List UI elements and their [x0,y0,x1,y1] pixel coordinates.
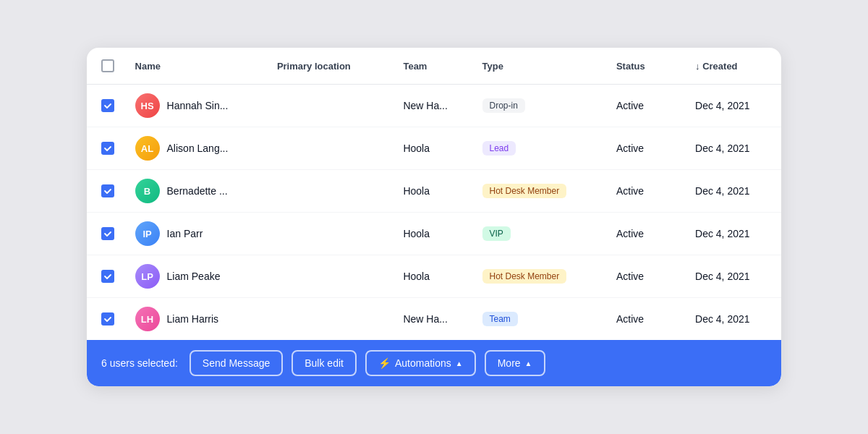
row-created-cell: Dec 4, 2021 [686,170,781,213]
row-location-cell [268,255,395,298]
row-team-cell: New Ha... [394,298,473,341]
more-chevron-icon: ▲ [525,359,532,367]
header-created: ↓ Created [686,48,781,85]
row-created-cell: Dec 4, 2021 [686,255,781,298]
row-type-cell: Lead [474,127,608,170]
row-checkbox-cell[interactable] [87,255,127,298]
row-checkbox[interactable] [101,99,114,112]
avatar: IP [135,221,160,246]
avatar: HS [135,93,160,118]
user-name: Bernadette ... [167,185,228,197]
row-location-cell [268,213,395,255]
user-name: Liam Harris [167,313,219,325]
table-row: LH Liam Harris New Ha...TeamActiveDec 4,… [87,298,781,341]
row-status-cell: Active [608,255,686,298]
row-location-cell [268,127,395,170]
user-cell: IP Ian Parr [135,221,260,246]
row-created-cell: Dec 4, 2021 [686,213,781,255]
header-type: Type [474,48,608,85]
row-status-cell: Active [608,127,686,170]
row-type-cell: Hot Desk Member [474,170,608,213]
row-checkbox[interactable] [101,184,114,197]
row-team-cell: Hoola [394,127,473,170]
row-name-cell: HS Hannah Sin... [127,85,268,127]
row-status-cell: Active [608,170,686,213]
row-created-cell: Dec 4, 2021 [686,85,781,127]
user-cell: LH Liam Harris [135,307,260,331]
row-type-cell: Drop-in [474,85,608,127]
more-button[interactable]: More ▲ [485,350,545,376]
more-label: More [498,357,521,369]
table-row: HS Hannah Sin... New Ha...Drop-inActiveD… [87,85,781,127]
avatar: LH [135,307,160,331]
avatar: AL [135,136,160,161]
user-cell: AL Alison Lang... [135,136,260,161]
row-team-cell: Hoola [394,213,473,255]
row-name-cell: LP Liam Peake [127,255,268,298]
send-message-button[interactable]: Send Message [190,350,283,376]
user-name: Ian Parr [167,228,203,239]
table-wrapper: Name Primary location Team Type Status ↓… [87,48,781,340]
row-team-cell: New Ha... [394,85,473,127]
automations-button[interactable]: ⚡ Automations ▲ [365,350,476,376]
type-badge: Lead [482,141,516,156]
table-row: IP Ian Parr HoolaVIPActiveDec 4, 2021 [87,213,781,255]
type-badge: VIP [482,226,511,241]
table-row: LP Liam Peake HoolaHot Desk MemberActive… [87,255,781,298]
selected-count-label: 6 users selected: [101,357,178,369]
row-status-cell: Active [608,298,686,341]
bulk-edit-button[interactable]: Bulk edit [292,350,357,376]
row-checkbox-cell[interactable] [87,213,127,255]
header-checkbox[interactable] [101,59,114,72]
row-team-cell: Hoola [394,255,473,298]
row-checkbox[interactable] [101,312,114,326]
user-cell: HS Hannah Sin... [135,93,260,118]
type-badge: Hot Desk Member [482,184,567,198]
header-checkbox-cell[interactable] [87,48,127,85]
row-location-cell [268,85,395,127]
row-type-cell: Hot Desk Member [474,255,608,298]
automations-label: Automations [395,357,451,369]
row-name-cell: B Bernadette ... [127,170,268,213]
row-name-cell: IP Ian Parr [127,213,268,255]
row-checkbox-cell[interactable] [87,85,127,127]
header-status: Status [608,48,686,85]
type-badge: Team [482,312,518,326]
automations-chevron-icon: ▲ [456,359,463,367]
row-checkbox-cell[interactable] [87,127,127,170]
table-body: HS Hannah Sin... New Ha...Drop-inActiveD… [87,85,781,341]
type-badge: Hot Desk Member [482,269,567,284]
row-created-cell: Dec 4, 2021 [686,298,781,341]
row-created-cell: Dec 4, 2021 [686,127,781,170]
row-team-cell: Hoola [394,170,473,213]
header-name: Name [127,48,268,85]
user-name: Alison Lang... [167,142,229,154]
row-type-cell: Team [474,298,608,341]
row-location-cell [268,170,395,213]
row-name-cell: AL Alison Lang... [127,127,268,170]
user-cell: LP Liam Peake [135,264,260,289]
row-checkbox[interactable] [101,270,114,283]
user-cell: B Bernadette ... [135,179,260,203]
row-status-cell: Active [608,85,686,127]
table-row: B Bernadette ... HoolaHot Desk MemberAct… [87,170,781,213]
user-name: Hannah Sin... [167,100,229,111]
table-header-row: Name Primary location Team Type Status ↓… [87,48,781,85]
header-team: Team [394,48,473,85]
avatar: LP [135,264,160,289]
row-checkbox[interactable] [101,142,114,155]
users-table: Name Primary location Team Type Status ↓… [87,48,781,340]
main-card: Name Primary location Team Type Status ↓… [87,48,781,386]
row-checkbox-cell[interactable] [87,298,127,341]
row-name-cell: LH Liam Harris [127,298,268,341]
header-location: Primary location [268,48,395,85]
table-row: AL Alison Lang... HoolaLeadActiveDec 4, … [87,127,781,170]
row-location-cell [268,298,395,341]
row-status-cell: Active [608,213,686,255]
bolt-icon: ⚡ [378,357,391,369]
row-checkbox-cell[interactable] [87,170,127,213]
type-badge: Drop-in [482,98,525,113]
row-checkbox[interactable] [101,227,114,240]
avatar: B [135,179,160,203]
user-name: Liam Peake [167,271,221,282]
